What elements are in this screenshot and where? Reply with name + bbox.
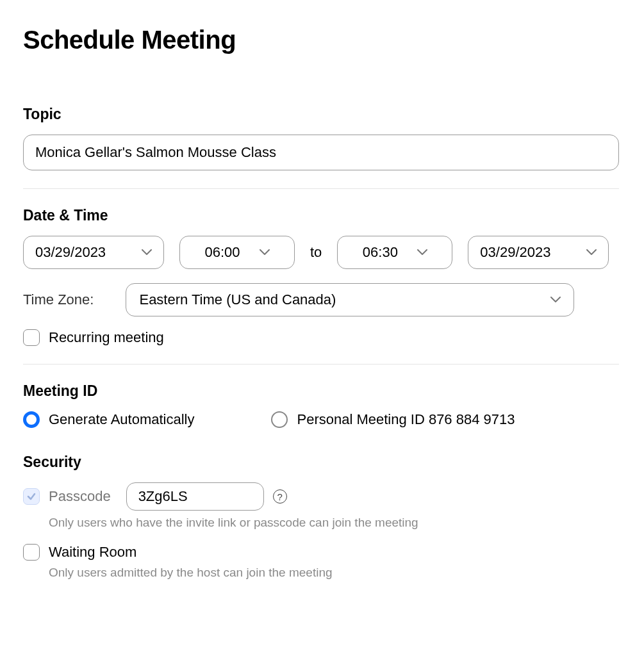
- generate-auto-radio[interactable]: [23, 411, 40, 428]
- passcode-checkbox[interactable]: [23, 488, 40, 505]
- start-time-select[interactable]: 06:00: [179, 236, 295, 269]
- chevron-down-icon: [586, 249, 597, 256]
- topic-input[interactable]: [23, 135, 619, 170]
- chevron-down-icon: [550, 297, 561, 303]
- meeting-id-label: Meeting ID: [23, 382, 621, 400]
- waiting-room-label: Waiting Room: [49, 544, 136, 561]
- page-title: Schedule Meeting: [23, 26, 621, 54]
- timezone-row: Time Zone: Eastern Time (US and Canada): [23, 283, 621, 316]
- divider: [23, 188, 619, 189]
- recurring-label: Recurring meeting: [49, 329, 164, 346]
- topic-label: Topic: [23, 106, 621, 123]
- recurring-row: Recurring meeting: [23, 329, 621, 346]
- check-icon: [26, 491, 37, 502]
- start-date-select[interactable]: 03/29/2023: [23, 236, 164, 269]
- recurring-checkbox[interactable]: [23, 329, 40, 346]
- end-date-value: 03/29/2023: [480, 244, 550, 261]
- help-icon[interactable]: ?: [273, 489, 287, 504]
- to-text: to: [310, 244, 322, 261]
- passcode-input[interactable]: [126, 482, 264, 511]
- datetime-row: 03/29/2023 06:00 to 06:30 03/29/2023: [23, 236, 621, 269]
- datetime-label: Date & Time: [23, 207, 621, 224]
- generate-auto-option: Generate Automatically: [23, 411, 194, 428]
- end-date-select[interactable]: 03/29/2023: [468, 236, 609, 269]
- personal-id-option: Personal Meeting ID 876 884 9713: [271, 411, 515, 428]
- passcode-hint: Only users who have the invite link or p…: [49, 516, 621, 530]
- passcode-label: Passcode: [49, 488, 111, 505]
- start-date-value: 03/29/2023: [35, 244, 106, 261]
- passcode-row: Passcode ?: [23, 482, 621, 511]
- end-time-select[interactable]: 06:30: [337, 236, 452, 269]
- timezone-label: Time Zone:: [23, 291, 94, 308]
- chevron-down-icon: [142, 249, 152, 256]
- security-label: Security: [23, 454, 621, 471]
- chevron-down-icon: [417, 249, 427, 256]
- divider: [23, 364, 619, 365]
- meeting-id-radio-row: Generate Automatically Personal Meeting …: [23, 411, 621, 428]
- waiting-room-checkbox[interactable]: [23, 544, 40, 561]
- timezone-select[interactable]: Eastern Time (US and Canada): [126, 283, 574, 316]
- start-time-value: 06:00: [204, 244, 240, 261]
- waiting-room-row: Waiting Room: [23, 544, 621, 561]
- generate-auto-label: Generate Automatically: [49, 411, 194, 428]
- personal-id-radio[interactable]: [271, 411, 288, 428]
- waiting-room-hint: Only users admitted by the host can join…: [49, 566, 621, 580]
- chevron-down-icon: [260, 249, 270, 256]
- end-time-value: 06:30: [363, 244, 398, 261]
- timezone-value: Eastern Time (US and Canada): [139, 291, 336, 308]
- personal-id-label: Personal Meeting ID 876 884 9713: [297, 411, 515, 428]
